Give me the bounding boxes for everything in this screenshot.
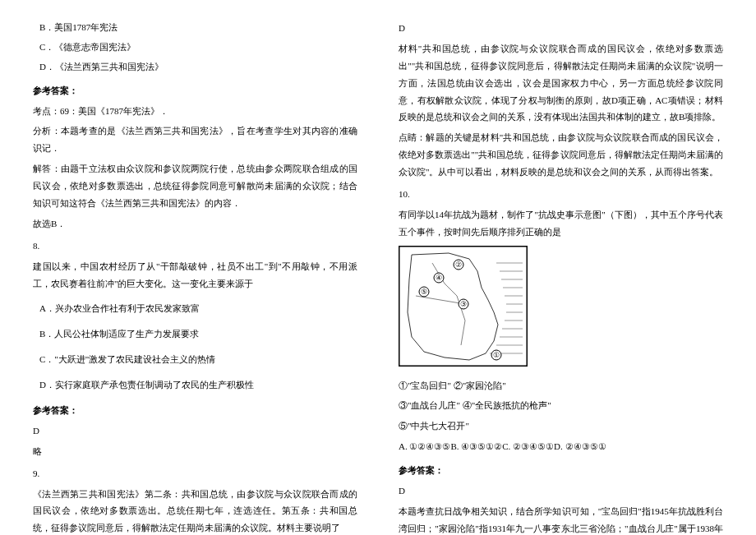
q10-explanation-1: 本题考查抗日战争相关知识，结合所学知识可知，"宝岛回归"指1945年抗战胜利台湾… [399,503,723,535]
q10-legend-1: ①"宝岛回归" ②"家园沦陷" [399,377,723,394]
svg-text:④: ④ [436,274,442,282]
right-column: D 材料"共和国总统，由参议院与众议院联合而成的国民议会，依绝对多数票选出""共… [399,16,723,535]
map-svg: ② ④ ⑤ ③ ① [399,246,528,367]
svg-text:①: ① [493,351,500,359]
svg-text:⑤: ⑤ [421,288,427,296]
q7-option-d: D．《法兰西第三共和国宪法》 [39,58,357,76]
q9-number: 9. [33,465,357,482]
q8-option-c: C．"大跃进"激发了农民建设社会主义的热情 [39,351,357,368]
map-diagram: ② ④ ⑤ ③ ① [399,246,723,372]
q8-answer-heading: 参考答案： [33,402,357,419]
left-column: B．美国1787年宪法 C．《德意志帝国宪法》 D．《法兰西第三共和国宪法》 参… [33,16,357,535]
q8-number: 8. [33,238,357,255]
q7-analysis: 分析：本题考查的是《法兰西第三共和国宪法》，旨在考查学生对其内容的准确识记． [33,122,357,157]
q9-answer: D [399,20,723,37]
q8-text: 建国以来，中国农村经历了从"干部敲破钟，社员不出工"到"不用敲钟，不用派工，农民… [33,258,357,293]
q8-option-a: A．兴办农业合作社有利于农民发家致富 [39,300,357,317]
q10-legend-3: ⑤"中共七大召开" [399,417,723,435]
q8-brief: 略 [33,443,357,460]
svg-text:③: ③ [460,300,467,308]
q7-point: 考点：69：美国《1787年宪法》． [33,103,357,120]
q10-choices: A. ①②④③⑤B. ④③⑤①②C. ②③④⑤①D. ②④③⑤① [399,438,723,455]
q8-answer: D [33,422,357,440]
q10-answer: D [399,482,723,500]
q7-choose: 故选B． [33,215,357,233]
q10-answer-heading: 参考答案： [399,462,723,479]
q10-legend-2: ③"血战台儿庄" ④"全民族抵抗的枪声" [399,397,723,414]
q10-text: 有同学以14年抗战为题材，制作了"抗战史事示意图"（下图），其中五个序号代表五个… [399,206,723,241]
q7-solution: 解答：由题干立法权由众议院和参议院两院行使，总统由参众两院联合组成的国民议会，依… [33,160,357,212]
q9-explanation-2: 点睛：解题的关键是材料"共和国总统，由参议院与众议院联合而成的国民议会，依绝对多… [399,129,723,181]
q7-option-c: C．《德意志帝国宪法》 [39,39,357,56]
q7-answer-heading: 参考答案： [33,82,357,99]
q9-explanation-1: 材料"共和国总统，由参议院与众议院联合而成的国民议会，依绝对多数票选出""共和国… [399,40,723,126]
q8-option-b: B．人民公社体制适应了生产力发展要求 [39,325,357,343]
q10-number: 10. [399,186,723,203]
q8-option-d: D．实行家庭联产承包责任制调动了农民的生产积极性 [39,376,357,394]
q9-text: 《法兰西第三共和国宪法》第二条：共和国总统，由参议院与众议院联合而成的国民议会，… [33,486,357,535]
svg-text:②: ② [455,261,462,269]
q7-option-b: B．美国1787年宪法 [39,19,357,36]
